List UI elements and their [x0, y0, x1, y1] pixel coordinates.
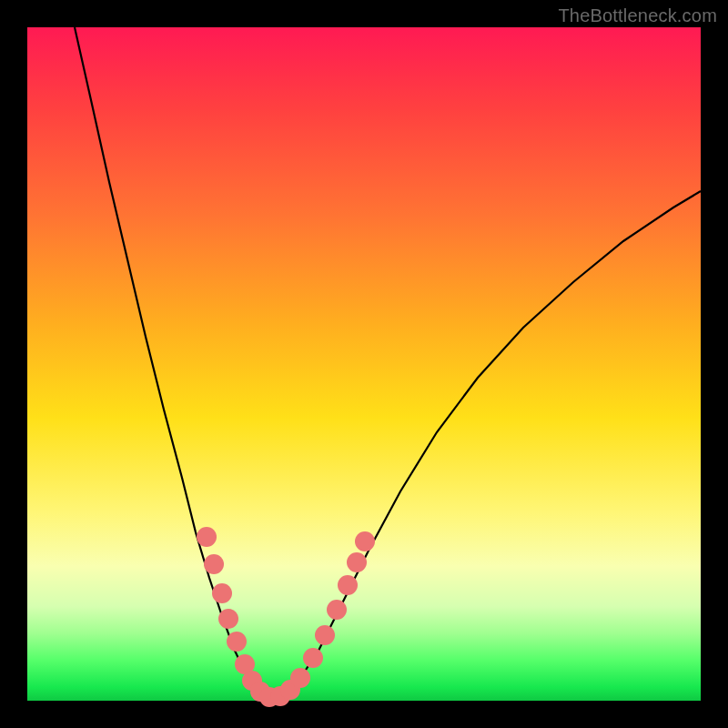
data-point	[327, 600, 347, 620]
data-point	[355, 531, 375, 551]
data-point	[227, 632, 247, 652]
data-point	[338, 575, 358, 595]
data-point-group	[197, 527, 375, 707]
bottleneck-curve-left	[75, 27, 275, 697]
data-point	[303, 648, 323, 668]
chart-overlay	[27, 27, 701, 701]
data-point	[315, 625, 335, 645]
data-point	[197, 527, 217, 547]
watermark-text: TheBottleneck.com	[558, 5, 717, 26]
chart-frame: TheBottleneck.com	[0, 0, 728, 728]
data-point	[218, 609, 238, 629]
data-point	[204, 554, 224, 574]
data-point	[212, 583, 232, 603]
bottleneck-curve-right	[275, 191, 701, 697]
data-point	[290, 668, 310, 688]
data-point	[347, 552, 367, 572]
